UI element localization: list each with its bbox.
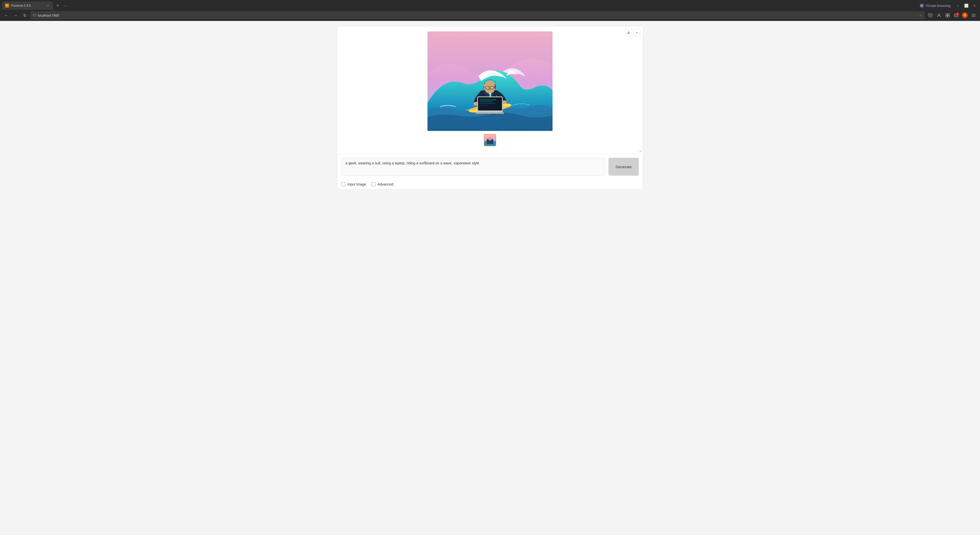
image-area: × — [337, 26, 643, 154]
menu-button[interactable] — [970, 11, 977, 19]
resize-icon: ⊿ — [639, 149, 642, 153]
generated-image — [428, 32, 552, 131]
thumbnail-1[interactable] — [484, 134, 496, 146]
close-image-icon: × — [636, 30, 638, 35]
private-label: Private browsing — [926, 4, 950, 8]
svg-rect-32 — [490, 86, 494, 89]
shield-icon: 🛡 — [33, 13, 36, 18]
refresh-button[interactable]: ↻ — [21, 11, 29, 19]
generate-button[interactable]: Generate — [608, 158, 639, 176]
pocket-button[interactable] — [926, 11, 934, 19]
input-image-checkbox[interactable] — [341, 182, 345, 186]
main-container: × — [337, 26, 643, 189]
hamburger-icon — [971, 13, 976, 18]
stylus-button[interactable]: S — [961, 11, 969, 19]
options-area: Input Image Advanced — [337, 179, 643, 189]
minimize-button[interactable]: − — [955, 2, 962, 9]
extensions-button[interactable] — [944, 11, 951, 19]
window-controls: − ⬜ × — [955, 2, 978, 9]
advanced-option[interactable]: Advanced — [371, 182, 393, 186]
notification-badge: 1 — [956, 13, 959, 16]
resize-handle[interactable]: ⊿ — [639, 149, 642, 153]
advanced-label: Advanced — [377, 182, 393, 186]
tab-expand-button[interactable]: ⌄ — [62, 3, 69, 8]
prompt-area: a geek, wearing a suit, using a laptop, … — [337, 154, 643, 179]
pocket-icon — [928, 13, 932, 18]
tab-bar: F Fooocus 2.3.0 × + ⌄ Private browsing −… — [0, 0, 980, 10]
navigation-bar: ← → ↻ 🛡 localhost:7865 ☆ — [0, 10, 980, 21]
url-display: localhost:7865 — [38, 14, 918, 18]
thumbnail-svg — [484, 135, 496, 146]
advanced-checkbox[interactable] — [371, 182, 375, 186]
tab-close-button[interactable]: × — [46, 3, 50, 8]
svg-rect-4 — [946, 14, 947, 15]
forward-button[interactable]: → — [12, 11, 19, 19]
tab-favicon: F — [5, 3, 9, 8]
stylus-icon: S — [962, 13, 968, 18]
private-icon — [919, 3, 924, 8]
scene-svg — [428, 32, 552, 131]
close-window-button[interactable]: × — [971, 2, 978, 9]
account-button[interactable] — [935, 11, 943, 19]
new-tab-button[interactable]: + — [54, 2, 61, 9]
active-tab[interactable]: F Fooocus 2.3.0 × — [2, 2, 53, 10]
page-content: × — [0, 21, 980, 535]
svg-rect-5 — [948, 14, 950, 15]
svg-rect-29 — [476, 112, 504, 114]
address-bar[interactable]: 🛡 localhost:7865 ☆ — [30, 11, 925, 19]
maximize-button[interactable]: ⬜ — [963, 2, 970, 9]
svg-point-39 — [488, 137, 492, 141]
toolbar-icons: 1 S — [926, 11, 977, 19]
input-image-option[interactable]: Input Image — [341, 182, 366, 186]
back-button[interactable]: ← — [3, 11, 10, 19]
svg-rect-7 — [948, 16, 950, 17]
private-browsing-badge: Private browsing — [919, 3, 950, 8]
tab-title: Fooocus 2.3.0 — [11, 4, 44, 7]
account-icon — [937, 13, 941, 18]
close-image-button[interactable]: × — [633, 29, 640, 36]
download-icon — [627, 30, 630, 34]
thumbnail-row — [484, 134, 496, 146]
download-button[interactable] — [625, 29, 632, 36]
input-image-label: Input Image — [347, 182, 366, 186]
image-controls: × — [625, 29, 640, 36]
svg-point-2 — [921, 5, 922, 6]
browser-chrome: F Fooocus 2.3.0 × + ⌄ Private browsing −… — [0, 0, 980, 21]
prompt-input[interactable]: a geek, wearing a suit, using a laptop, … — [341, 158, 605, 176]
svg-point-3 — [938, 14, 940, 15]
notification-button[interactable]: 1 — [953, 11, 960, 19]
extensions-icon — [945, 13, 950, 18]
svg-rect-31 — [486, 86, 489, 89]
bookmark-icon[interactable]: ☆ — [919, 13, 922, 18]
svg-rect-6 — [946, 16, 947, 17]
